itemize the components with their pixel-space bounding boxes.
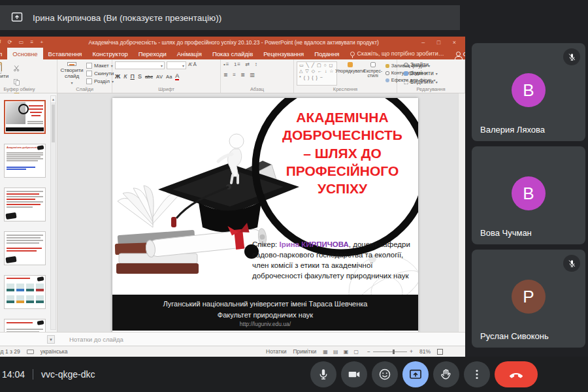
mic-icon	[316, 367, 331, 382]
ppt-status-bar: Слайд 1 з 29 українська Нотатки Примітки…	[0, 346, 465, 357]
reactions-button[interactable]	[372, 361, 398, 387]
view-switcher-icons[interactable]: ▦ ▤ ▣ ▢	[323, 349, 361, 355]
tab-animations[interactable]: Анімація	[172, 48, 207, 59]
find-button[interactable]: Знайти	[404, 61, 462, 68]
notes-collapse-icon[interactable]: ▼	[47, 335, 55, 344]
language-indicator[interactable]: українська	[41, 348, 68, 355]
zoom-in-icon[interactable]: +	[410, 348, 413, 355]
font-name-combo[interactable]: ▾	[115, 61, 165, 69]
thumbnail-scrollbar[interactable]: ▲	[50, 95, 56, 330]
notes-toggle[interactable]: Нотатки	[266, 348, 286, 355]
ppt-window-title: Академічна доброчесність - шлях до профе…	[46, 39, 421, 46]
paste-icon	[0, 62, 2, 72]
thumbnail-slide-6[interactable]	[4, 319, 46, 332]
participant-tile[interactable]: В Вова Чучман	[472, 146, 585, 244]
camera-button[interactable]	[341, 361, 367, 387]
presenting-banner: Ірина Кирпичова (Ви (показуєте презентац…	[0, 5, 460, 30]
tab-insert[interactable]: Вставлення	[43, 48, 88, 59]
ppt-share-button[interactable]: Спільний доступ	[449, 48, 465, 59]
raise-hand-button[interactable]	[433, 361, 459, 387]
arrange-button[interactable]: Упорядкувати	[340, 61, 361, 86]
participant-tile[interactable]: В Валерия Ляхова	[472, 43, 585, 141]
thumbnail-slide-5[interactable]	[4, 275, 46, 309]
quick-styles-button[interactable]: Експрес-стилі	[363, 61, 383, 86]
smiley-icon	[378, 367, 392, 382]
zoom-out-icon[interactable]: −	[367, 348, 370, 355]
mic-muted-icon	[563, 48, 580, 65]
reset-button[interactable]: Скинути	[86, 71, 114, 76]
notes-bar[interactable]: ▼ Нотатки до слайда	[0, 332, 465, 346]
font-color-button[interactable]: А	[175, 73, 179, 80]
call-controls	[310, 361, 538, 387]
thumbnail-slide-2[interactable]: Академічна доброчесність	[4, 144, 46, 178]
present-icon	[408, 367, 423, 382]
tab-review[interactable]: Рецензування	[258, 48, 309, 59]
mic-muted-icon	[563, 255, 580, 272]
ppt-titlebar[interactable]: ⊟ ↺ ⟳ ▭ ≡ + Академічна доброчесність - ш…	[0, 37, 465, 48]
char-spacing-button[interactable]: АV	[156, 74, 163, 80]
end-call-button[interactable]	[495, 361, 538, 387]
cut-icon[interactable]	[13, 63, 20, 74]
slide-thumbnail-panel: Академічна доброчесність	[0, 93, 57, 332]
mic-button[interactable]	[310, 361, 336, 387]
font-size-combo[interactable]: ▾	[167, 61, 186, 69]
group-slides: Створити слайд ▾ Макет▾ Скинути Розділ▾ …	[57, 59, 112, 93]
slide-title[interactable]: АКАДЕМІЧНА ДОБРОЧЕСНІСТЬ – ШЛЯХ ДО ПРОФЕ…	[271, 108, 414, 197]
tab-slideshow[interactable]: Показ слайдів	[207, 48, 258, 59]
tell-me-box[interactable]: Скажіть, що потрібно зробити…	[345, 48, 449, 59]
participant-name: Вова Чучман	[480, 228, 532, 238]
powerpoint-window: ⊟ ↺ ⟳ ▭ ≡ + Академічна доброчесність - ш…	[0, 37, 465, 357]
group-clipboard: Вставити ▾	[0, 59, 57, 93]
slide-scrollbar[interactable]	[458, 93, 465, 332]
replace-icon	[404, 71, 408, 76]
shadow-button[interactable]: S	[138, 73, 142, 80]
layout-button[interactable]: Макет▾	[86, 63, 114, 69]
presenting-banner-label: Ірина Кирпичова (Ви (показуєте презентац…	[33, 13, 221, 23]
zoom-percent[interactable]: 81%	[419, 348, 431, 355]
new-slide-button[interactable]: Створити слайд ▾	[60, 61, 84, 86]
slide-footer[interactable]: Луганський національний університет імен…	[112, 295, 418, 331]
thumbnail-slide-4[interactable]	[4, 231, 46, 265]
italic-button[interactable]: К	[123, 73, 127, 80]
present-button[interactable]	[402, 361, 429, 387]
paragraph-row1-icons[interactable]: •≡ 1≡ ⇄ ↕	[223, 61, 291, 67]
meet-window: Ірина Кирпичова (Ви (показуєте презентац…	[0, 0, 588, 392]
bold-button[interactable]: Ж	[115, 73, 120, 80]
tab-home[interactable]: Основне	[7, 48, 42, 59]
underline-button[interactable]: П	[130, 73, 134, 80]
quick-access-toolbar[interactable]: ⊟ ↺ ⟳ ▭ ≡ +	[0, 39, 46, 45]
participant-tile[interactable]: Р Руслан Сивоконь	[472, 250, 585, 348]
paragraph-row2-icons[interactable]: ≣ ≡ ≣ ▥	[223, 72, 291, 78]
zoom-control[interactable]: − +	[367, 348, 413, 355]
window-controls[interactable]: – □ ×	[421, 39, 461, 46]
slide-canvas[interactable]: АКАДЕМІЧНА ДОБРОЧЕСНІСТЬ – ШЛЯХ ДО ПРОФЕ…	[112, 98, 418, 332]
thumbnail-slide-1[interactable]	[4, 100, 46, 134]
end-call-icon	[508, 367, 524, 382]
present-screen-icon	[10, 10, 24, 25]
shapes-gallery[interactable]: ▭ ╲ ╱ ▢ ○ ◻ △ ▽ ◇ ← ↓ ☆ * ( ) { } ~	[297, 61, 337, 86]
tab-transitions[interactable]: Переходи	[133, 48, 172, 59]
slide-editing-area[interactable]: АКАДЕМІЧНА ДОБРОЧЕСНІСТЬ – ШЛЯХ ДО ПРОФЕ…	[57, 93, 465, 332]
grow-shrink-font-icons[interactable]: А̂ А̌	[188, 61, 197, 69]
scroll-up-icon[interactable]: ▲	[51, 96, 56, 103]
meeting-code: vvc-qkge-dkc	[41, 369, 95, 380]
tab-file[interactable]: Файл	[0, 48, 7, 59]
more-options-button[interactable]	[464, 361, 490, 387]
speaker-text[interactable]: Спікер: Ірина КИРПИЧОВА, доцент кафедри …	[252, 240, 418, 281]
thumbnail-slide-3[interactable]	[4, 188, 46, 221]
replace-button[interactable]: Замінити▾	[404, 70, 462, 76]
avatar: Р	[512, 280, 546, 314]
section-button[interactable]: Розділ▾	[86, 78, 114, 84]
zoom-slider[interactable]	[373, 351, 407, 352]
select-button[interactable]: Виділити▾	[404, 78, 462, 85]
comments-toggle[interactable]: Примітки	[293, 348, 316, 355]
tab-design[interactable]: Конструктор	[88, 48, 133, 59]
paste-button[interactable]: Вставити ▾	[0, 61, 10, 86]
strikethrough-button[interactable]: abc	[145, 74, 153, 80]
notes-placeholder[interactable]: Нотатки до слайда	[69, 336, 123, 343]
tab-view[interactable]: Подання	[309, 48, 344, 59]
fit-slide-icon[interactable]	[437, 349, 443, 355]
keyboard-icon	[27, 350, 34, 354]
hand-icon	[439, 367, 453, 382]
change-case-button[interactable]: Аа	[166, 74, 172, 80]
